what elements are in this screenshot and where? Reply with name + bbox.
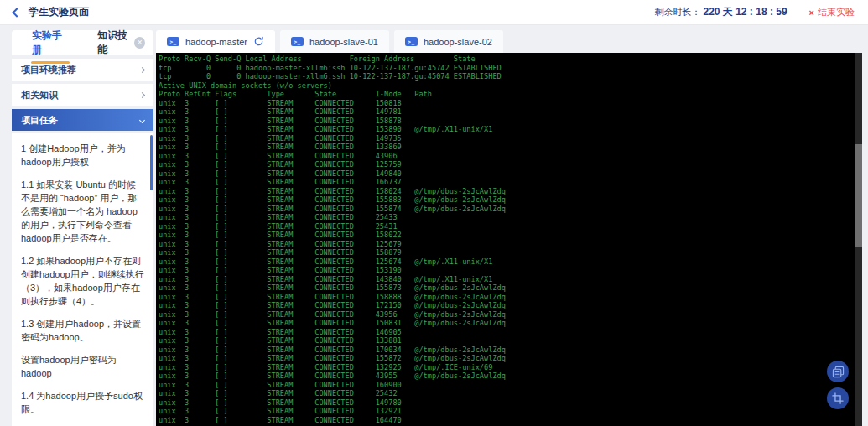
task-instructions-panel[interactable]: 1 创建Hadoop用户，并为hadoop用户授权 1.1 如果安装 Ubunt… <box>12 133 153 426</box>
terminal-tab-hadoop-slave-02[interactable]: >_ hadoop-slave-02 <box>394 30 503 53</box>
sidebar-item-project-tasks[interactable]: 项目任务 <box>12 109 153 131</box>
terminal-scrollbar-track[interactable] <box>855 53 862 426</box>
sidebar-item-related-knowledge[interactable]: 相关知识 <box>12 84 153 106</box>
terminal-output-panel[interactable]: Proto Recv-Q Send-Q Local Address Foreig… <box>156 53 862 426</box>
end-experiment-label: 结束实验 <box>818 6 855 18</box>
section-label: 相关知识 <box>21 89 58 101</box>
sidebar-scrollbar-thumb[interactable] <box>150 135 153 190</box>
task-paragraph: 1.1 如果安装 Ubuntu 的时候不是用的 “hadoop” 用户，那么需要… <box>21 178 144 245</box>
terminal-tab-label: hadoop-slave-01 <box>309 37 378 47</box>
task-paragraph: 1.3 创建用户hadoop，并设置密码为hadoop。 <box>21 317 144 344</box>
terminal-icon: >_ <box>291 37 304 46</box>
sidebar: 实验手册 知识技能 × 项目环境推荐 相关知识 项目任务 1 创建Hadoop用… <box>12 30 153 426</box>
task-paragraph: 设置hadoop用户密码为 hadoop <box>21 353 144 380</box>
crop-icon <box>832 392 844 404</box>
terminal-tab-bar: >_ hadoop-master >_ hadoop-slave-01 >_ h… <box>156 30 503 53</box>
remaining-time-label: 剩余时长： <box>655 6 701 18</box>
tab-experiment-manual[interactable]: 实验手册 <box>32 29 69 57</box>
sidebar-tab-bar: 实验手册 知识技能 × <box>12 30 153 55</box>
terminal-icon: >_ <box>167 37 179 46</box>
terminal-tab-hadoop-slave-01[interactable]: >_ hadoop-slave-01 <box>280 30 389 53</box>
terminal-icon: >_ <box>405 37 418 46</box>
chevron-right-icon <box>139 66 145 72</box>
remaining-time-value: 220 天 12 : 18 : 59 <box>704 5 787 19</box>
terminal-scrollbar-thumb[interactable] <box>855 144 862 247</box>
header-bar: 学生实验页面 剩余时长： 220 天 12 : 18 : 59 × 结束实验 <box>0 0 868 25</box>
close-icon[interactable]: × <box>134 37 145 49</box>
task-paragraph: 1 创建Hadoop用户，并为hadoop用户授权 <box>21 142 144 169</box>
chevron-down-icon <box>139 117 145 122</box>
back-icon[interactable] <box>12 8 21 17</box>
clipboard-copy-icon <box>832 366 845 378</box>
task-paragraph: 1.2 如果hadoop用户不存在则创建hadoop用户，则继续执行（3），如果… <box>21 254 144 308</box>
tab-knowledge-skills-label: 知识技能 <box>97 29 127 55</box>
end-experiment-x-icon: × <box>809 8 814 18</box>
refresh-icon[interactable] <box>253 36 264 47</box>
clipboard-copy-button[interactable] <box>827 361 849 382</box>
page-title: 学生实验页面 <box>29 5 89 19</box>
terminal-tab-label: hadoop-master <box>185 37 247 47</box>
chevron-right-icon <box>139 91 145 97</box>
section-label: 项目环境推荐 <box>21 64 76 76</box>
terminal-output-text: Proto Recv-Q Send-Q Local Address Foreig… <box>156 53 862 424</box>
section-label: 项目任务 <box>21 114 58 127</box>
task-paragraph: 1.4 为hadoop用户授予sudo权限。 <box>21 389 144 416</box>
tab-knowledge-skills[interactable]: 知识技能 <box>97 29 134 57</box>
terminal-tab-hadoop-master[interactable]: >_ hadoop-master <box>156 30 275 53</box>
screenshot-crop-button[interactable] <box>827 387 849 409</box>
terminal-tab-label: hadoop-slave-02 <box>424 37 492 47</box>
active-tab-underline <box>31 61 70 64</box>
tab-experiment-manual-label: 实验手册 <box>32 29 62 55</box>
end-experiment-button[interactable]: × 结束实验 <box>809 6 855 18</box>
